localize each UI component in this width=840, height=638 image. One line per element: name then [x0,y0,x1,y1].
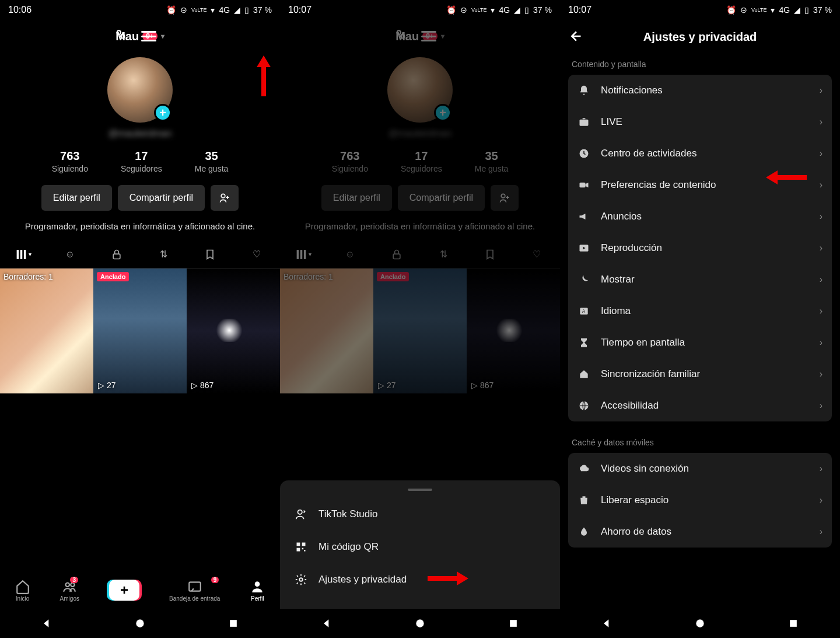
nav-profile[interactable]: Perfil [250,579,265,602]
settings-row-playback[interactable]: Reproducción › [568,232,832,264]
stat-likes[interactable]: 35Me gusta [475,149,509,173]
video-item[interactable]: Anclado▷ 27 [373,269,467,393]
video-drafts[interactable]: Borradores: 1 [0,269,93,393]
svg-rect-31 [580,183,586,187]
tab-bookmark-icon[interactable] [202,246,218,263]
home-heart-icon [578,368,590,381]
signal-icon: ◢ [234,5,240,15]
settings-row-offline[interactable]: Videos sin conexión › [568,453,832,484]
sheet-handle[interactable] [408,489,432,491]
android-recent[interactable] [228,618,239,629]
android-back[interactable] [41,618,52,629]
tab-sticker-icon[interactable]: ☺ [62,246,78,263]
chevron-right-icon: › [820,148,822,159]
tab-repost-icon[interactable]: ⇅ [155,246,172,263]
add-friend-button[interactable] [211,185,239,211]
tab-grid[interactable]: ▾ [15,246,32,263]
avatar[interactable]: + [387,57,453,123]
android-home[interactable] [134,618,146,629]
nav-home[interactable]: Inicio [15,579,30,602]
footprint-icon[interactable] [113,27,128,45]
network-icon: 4G [499,5,510,15]
video-item[interactable]: Anclado ▷ 27 [93,269,187,393]
sheet-item-studio[interactable]: TikTok Studio [280,498,560,531]
profile-tabs: ▾ ☺ ⇅ ♡ [280,240,560,269]
stat-followers[interactable]: 17 Seguidores [121,149,162,173]
tab-bookmark-icon[interactable] [482,246,498,263]
android-home[interactable] [414,618,426,629]
nav-inbox[interactable]: 9 Bandeja de entrada [169,579,220,602]
settings-row-content-prefs[interactable]: Preferencias de contenido › [568,169,832,201]
chevron-down-icon: ▾ [161,32,164,40]
volte-icon: VoLTE [471,8,487,13]
android-nav [560,609,840,638]
settings-row-language[interactable]: A Idioma › [568,295,832,327]
avatar[interactable]: + [107,57,173,123]
battery-icon: ▯ [804,5,809,15]
wifi-icon: ▾ [211,5,215,15]
tab-lock-icon[interactable] [108,246,125,263]
tab-repost-icon[interactable]: ⇅ [435,246,452,263]
android-back[interactable] [601,618,612,629]
settings-row-live[interactable]: LIVE › [568,106,832,138]
menu-button[interactable] [421,31,436,41]
stat-following[interactable]: 763 Siguiendo [52,149,88,173]
android-recent[interactable] [788,618,799,629]
nav-friends[interactable]: 3 Amigos [60,579,79,602]
menu-button[interactable] [141,31,156,41]
svg-rect-21 [297,543,300,546]
settings-row-screentime[interactable]: Tiempo en pantalla › [568,327,832,358]
clock-icon [578,147,590,160]
svg-rect-6 [113,254,120,259]
edit-profile-button[interactable]: Editar perfil [321,185,392,211]
video-item[interactable]: ▷ 867 [467,269,560,393]
stat-followers[interactable]: 17Seguidores [401,149,442,173]
settings-row-accessibility[interactable]: Accesibilidad › [568,390,832,421]
section-label: Caché y datos móviles [560,432,840,453]
add-story-icon[interactable]: + [434,104,452,121]
sheet-item-settings[interactable]: Ajustes y privacidad [280,563,560,596]
android-recent[interactable] [508,618,519,629]
add-story-icon[interactable]: + [154,104,172,121]
share-profile-button[interactable]: Compartir perfil [398,185,485,211]
android-home[interactable] [694,618,706,629]
share-profile-button[interactable]: Compartir perfil [118,185,205,211]
tab-sticker-icon[interactable]: ☺ [342,246,358,263]
footprint-icon[interactable] [393,27,408,45]
settings-row-family[interactable]: Sincronización familiar › [568,358,832,390]
settings-row-activity[interactable]: Centro de actividades › [568,138,832,169]
svg-rect-29 [580,120,589,126]
nav-create[interactable]: + [109,580,139,601]
tab-heart-icon[interactable]: ♡ [249,246,265,263]
back-button[interactable] [569,29,586,45]
settings-row-ads[interactable]: Anuncios › [568,201,832,232]
settings-row-datasaver[interactable]: Ahorro de datos › [568,516,832,548]
svg-point-26 [299,578,303,581]
volte-icon: VoLTE [751,8,766,13]
settings-header: Ajustes y privacidad [560,20,840,54]
settings-row-freespace[interactable]: Liberar espacio › [568,484,832,516]
section-label: Contenido y pantalla [560,54,840,75]
video-item[interactable]: ▷ 867 [187,269,280,393]
edit-profile-button[interactable]: Editar perfil [41,185,112,211]
status-time: 10:07 [288,5,312,15]
stat-following[interactable]: 763Siguiendo [332,149,368,173]
settings-row-display[interactable]: Mostrar › [568,264,832,295]
stat-likes[interactable]: 35 Me gusta [195,149,229,173]
status-time: 10:06 [8,5,32,15]
svg-point-1 [121,34,125,38]
svg-rect-19 [393,254,400,259]
video-drafts[interactable]: Borradores: 1 [280,269,373,393]
svg-point-13 [397,30,401,34]
sheet-label: Mi código QR [318,541,379,553]
profile-bio: Programador, periodista en informática y… [25,220,255,232]
sheet-item-qr[interactable]: Mi código QR [280,531,560,563]
android-back[interactable] [321,618,332,629]
add-friend-button[interactable] [491,185,519,211]
settings-row-notifications[interactable]: Notificaciones › [568,75,832,106]
tab-grid[interactable]: ▾ [295,246,312,263]
tab-heart-icon[interactable]: ♡ [528,246,545,263]
tab-lock-icon[interactable] [388,246,405,263]
chevron-right-icon: › [820,369,822,379]
status-bar: 10:07 ⏰ ⊝ VoLTE ▾ 4G ◢ ▯ 37 % [280,0,560,20]
